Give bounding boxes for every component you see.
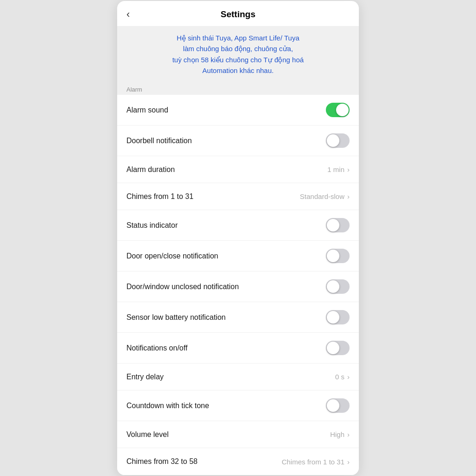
setting-right-sensor-low-battery bbox=[326, 310, 350, 324]
setting-row-alarm-sound: Alarm sound bbox=[117, 95, 359, 126]
page-title: Settings bbox=[221, 9, 256, 20]
section-label: Alarm bbox=[117, 82, 359, 95]
setting-right-door-open-close bbox=[326, 249, 350, 263]
toggle-door-window-unclosed[interactable] bbox=[326, 279, 350, 294]
setting-label-alarm-sound: Alarm sound bbox=[126, 106, 168, 114]
setting-label-sensor-low-battery: Sensor low battery notification bbox=[126, 313, 225, 322]
chevron-icon-chimes-32-58[interactable]: › bbox=[347, 458, 350, 466]
toggle-doorbell-notification[interactable] bbox=[326, 133, 350, 148]
setting-right-chimes-32-58: Chimes from 1 to 31› bbox=[282, 458, 350, 466]
setting-value-chimes-32-58: Chimes from 1 to 31 bbox=[282, 458, 344, 466]
setting-value-entry-delay: 0 s bbox=[335, 373, 344, 381]
setting-row-door-open-close: Door open/close notification bbox=[117, 241, 359, 271]
chevron-icon-volume-level[interactable]: › bbox=[347, 430, 350, 438]
setting-right-doorbell-notification bbox=[326, 133, 350, 148]
setting-row-chimes-32-58: Chimes from 32 to 58Chimes from 1 to 31› bbox=[117, 448, 359, 475]
setting-label-status-indicator: Status indicator bbox=[126, 221, 178, 230]
setting-right-door-window-unclosed bbox=[326, 279, 350, 294]
setting-right-alarm-sound bbox=[326, 103, 350, 117]
setting-right-status-indicator bbox=[326, 218, 350, 232]
setting-label-countdown-tick-tone: Countdown with tick tone bbox=[126, 402, 209, 410]
setting-row-alarm-duration: Alarm duration1 min› bbox=[117, 156, 359, 183]
settings-screen: ‹ Settings Hệ sinh thái Tuya, App Smart … bbox=[117, 1, 359, 475]
toggle-notifications-onoff[interactable] bbox=[326, 341, 350, 355]
setting-value-chimes-1-31: Standard-slow bbox=[300, 192, 344, 200]
toggle-alarm-sound[interactable] bbox=[326, 103, 350, 117]
setting-label-notifications-onoff: Notifications on/off bbox=[126, 344, 187, 352]
setting-right-chimes-1-31: Standard-slow› bbox=[300, 192, 350, 200]
setting-row-notifications-onoff: Notifications on/off bbox=[117, 333, 359, 364]
setting-row-status-indicator: Status indicator bbox=[117, 210, 359, 241]
setting-row-chimes-1-31: Chimes from 1 to 31Standard-slow› bbox=[117, 183, 359, 210]
setting-label-volume-level: Volume level bbox=[126, 430, 169, 439]
setting-right-notifications-onoff bbox=[326, 341, 350, 355]
header: ‹ Settings bbox=[117, 1, 359, 20]
settings-list: Alarm soundDoorbell notificationAlarm du… bbox=[117, 95, 359, 475]
back-button[interactable]: ‹ bbox=[126, 8, 130, 20]
setting-row-entry-delay: Entry delay0 s› bbox=[117, 364, 359, 390]
setting-label-chimes-32-58: Chimes from 32 to 58 bbox=[126, 457, 198, 466]
chevron-icon-alarm-duration[interactable]: › bbox=[347, 165, 350, 173]
setting-label-alarm-duration: Alarm duration bbox=[126, 165, 175, 174]
setting-label-door-window-unclosed: Door/window unclosed notification bbox=[126, 283, 239, 291]
setting-label-chimes-1-31: Chimes from 1 to 31 bbox=[126, 192, 193, 201]
setting-row-volume-level: Volume levelHigh› bbox=[117, 421, 359, 448]
setting-label-door-open-close: Door open/close notification bbox=[126, 252, 218, 260]
setting-value-alarm-duration: 1 min bbox=[327, 165, 344, 173]
setting-row-doorbell-notification: Doorbell notification bbox=[117, 126, 359, 156]
chevron-icon-chimes-1-31[interactable]: › bbox=[347, 192, 350, 200]
setting-label-doorbell-notification: Doorbell notification bbox=[126, 137, 192, 145]
setting-right-alarm-duration: 1 min› bbox=[327, 165, 350, 173]
setting-row-door-window-unclosed: Door/window unclosed notification bbox=[117, 271, 359, 302]
setting-label-entry-delay: Entry delay bbox=[126, 373, 164, 381]
toggle-door-open-close[interactable] bbox=[326, 249, 350, 263]
setting-row-countdown-tick-tone: Countdown with tick tone bbox=[117, 390, 359, 421]
toggle-status-indicator[interactable] bbox=[326, 218, 350, 232]
setting-value-volume-level: High bbox=[330, 430, 344, 438]
setting-right-volume-level: High› bbox=[330, 430, 350, 438]
promo-text: Hệ sinh thái Tuya, App Smart Life/ Tuya … bbox=[126, 33, 350, 76]
setting-right-entry-delay: 0 s› bbox=[335, 373, 350, 381]
chevron-icon-entry-delay[interactable]: › bbox=[347, 373, 350, 381]
setting-row-sensor-low-battery: Sensor low battery notification bbox=[117, 302, 359, 333]
toggle-countdown-tick-tone[interactable] bbox=[326, 398, 350, 413]
promo-banner: Hệ sinh thái Tuya, App Smart Life/ Tuya … bbox=[117, 26, 359, 82]
setting-right-countdown-tick-tone bbox=[326, 398, 350, 413]
toggle-sensor-low-battery[interactable] bbox=[326, 310, 350, 324]
